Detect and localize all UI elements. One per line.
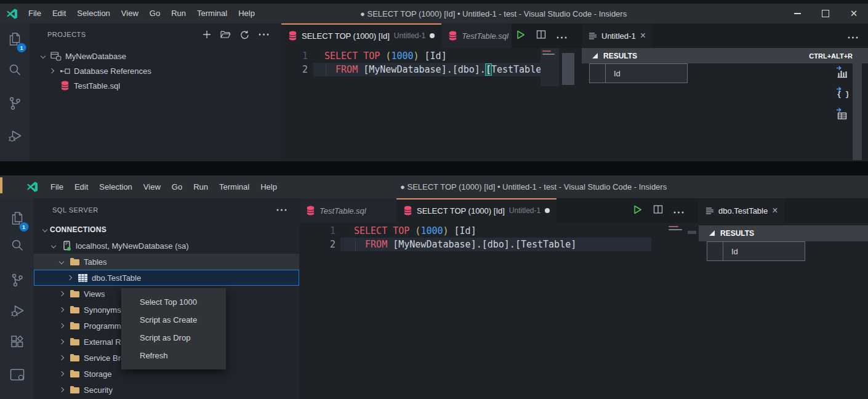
menu-view[interactable]: View xyxy=(138,177,166,197)
extensions-icon[interactable] xyxy=(10,335,24,351)
tree-item-mynewdatabase[interactable]: MyNewDatabase xyxy=(30,49,281,63)
menu-terminal[interactable]: Terminal xyxy=(214,177,255,197)
search-icon[interactable] xyxy=(10,238,24,254)
close-window-button[interactable]: ✕ xyxy=(840,4,868,23)
code-token: SELECT xyxy=(324,50,358,62)
tree-item-connections[interactable]: CONNECTIONS xyxy=(34,222,299,238)
tab-select-top-1000[interactable]: SELECT TOP (1000) [Id] Untitled-1 xyxy=(281,23,441,48)
tab-untitled-1[interactable]: Untitled-1 × xyxy=(582,23,653,48)
explorer-badge: 1 xyxy=(19,222,28,232)
context-menu-item-select-top-1000[interactable]: Select Top 1000 xyxy=(121,293,226,311)
chevron-right-icon[interactable] xyxy=(65,276,74,280)
save-as-json-icon[interactable]: { } xyxy=(835,86,848,99)
collapse-triangle-icon[interactable] xyxy=(709,229,715,238)
run-query-icon[interactable] xyxy=(515,30,526,42)
run-query-icon[interactable] xyxy=(632,204,643,217)
titlebar-top[interactable]: FileEditSelectionViewGoRunTerminalHelp ●… xyxy=(0,4,868,23)
add-project-icon[interactable] xyxy=(203,30,211,39)
close-tab-icon[interactable]: × xyxy=(772,206,778,216)
collapse-triangle-icon[interactable] xyxy=(592,52,598,60)
more-actions-icon[interactable] xyxy=(557,30,567,41)
modified-dot-icon[interactable] xyxy=(545,208,550,213)
refresh-icon[interactable] xyxy=(240,30,249,39)
dbproject-icon xyxy=(49,51,63,62)
chevron-right-icon[interactable] xyxy=(57,388,66,392)
folder-icon xyxy=(68,305,81,314)
row-header-cell[interactable] xyxy=(589,63,606,83)
code-bottom[interactable]: 1SELECT TOP (1000) [Id]2 FROM [MyNewData… xyxy=(299,223,699,399)
tree-item-dbo-testtable[interactable]: dbo.TestTable xyxy=(34,270,299,286)
maximize-button[interactable] xyxy=(811,4,840,23)
row-header-cell[interactable] xyxy=(707,241,723,261)
context-menu-item-refresh[interactable]: Refresh xyxy=(121,347,226,365)
source-control-icon[interactable] xyxy=(10,273,24,290)
source-control-icon[interactable] xyxy=(8,96,22,113)
tab-select-top-1000[interactable]: SELECT TOP (1000) [Id] Untitled-1 xyxy=(396,198,557,223)
run-debug-icon[interactable] xyxy=(9,304,25,321)
more-actions-icon[interactable] xyxy=(259,33,269,36)
column-header-id[interactable]: Id xyxy=(605,63,688,83)
search-icon[interactable] xyxy=(8,63,22,79)
more-actions-icon[interactable] xyxy=(848,30,858,41)
close-tab-icon[interactable]: × xyxy=(640,31,646,41)
context-menu-item-script-as-drop[interactable]: Script as Drop xyxy=(121,329,226,347)
chevron-right-icon[interactable] xyxy=(57,372,66,376)
tree-item-label: Synonyms xyxy=(84,305,121,315)
menu-selection[interactable]: Selection xyxy=(71,4,115,23)
explorer-icon[interactable]: 1 xyxy=(8,32,22,49)
tree-item-database-references[interactable]: Database References xyxy=(30,63,281,78)
code-token: FROM xyxy=(365,239,387,250)
menu-help[interactable]: Help xyxy=(255,177,283,197)
chevron-down-icon[interactable] xyxy=(57,260,66,264)
results-header-top[interactable]: RESULTS CTRL+ALT+R xyxy=(582,48,868,63)
menu-edit[interactable]: Edit xyxy=(47,4,71,23)
tree-item-localhost-mynewdatabase-sa[interactable]: localhost, MyNewDatabase (sa) xyxy=(34,238,299,254)
tree-item-security[interactable]: Security xyxy=(34,382,299,398)
more-actions-icon[interactable] xyxy=(276,209,287,211)
code-token: 1000 xyxy=(420,225,443,236)
chevron-right-icon[interactable] xyxy=(57,340,66,344)
chevron-down-icon[interactable] xyxy=(38,54,48,58)
more-actions-icon[interactable] xyxy=(673,205,684,216)
save-as-excel-icon[interactable] xyxy=(835,107,848,120)
menu-file[interactable]: File xyxy=(45,177,69,197)
chevron-right-icon[interactable] xyxy=(57,324,66,328)
chevron-right-icon[interactable] xyxy=(57,308,66,312)
scrollbar-track[interactable] xyxy=(853,48,862,160)
menu-edit[interactable]: Edit xyxy=(69,177,94,197)
tree-item-testtable-sql[interactable]: TestTable.sql xyxy=(30,78,281,93)
save-as-csv-icon[interactable] xyxy=(835,65,848,78)
menu-go[interactable]: Go xyxy=(166,177,188,197)
menu-terminal[interactable]: Terminal xyxy=(191,4,233,23)
results-header-bottom[interactable]: RESULTS xyxy=(699,225,868,241)
column-header-id[interactable]: Id xyxy=(723,241,805,261)
sql-file-icon xyxy=(288,31,297,41)
split-editor-icon[interactable] xyxy=(653,204,663,217)
explorer-icon[interactable]: 1 xyxy=(10,211,24,228)
tab-testtable-sql[interactable]: TestTable.sql xyxy=(441,23,512,48)
chevron-right-icon[interactable] xyxy=(57,292,66,296)
minimize-button[interactable] xyxy=(783,4,811,23)
context-menu-item-script-as-create[interactable]: Script as Create xyxy=(121,311,226,329)
chevron-down-icon[interactable] xyxy=(40,228,50,232)
menu-go[interactable]: Go xyxy=(144,4,166,23)
menu-run[interactable]: Run xyxy=(188,177,214,197)
split-editor-icon[interactable] xyxy=(536,30,546,42)
tab-testtable-sql[interactable]: TestTable.sql xyxy=(299,198,396,223)
titlebar-bottom[interactable]: FileEditSelectionViewGoRunTerminalHelp ●… xyxy=(0,175,868,198)
chevron-right-icon[interactable] xyxy=(57,356,66,360)
open-folder-icon[interactable] xyxy=(220,30,231,39)
menu-help[interactable]: Help xyxy=(233,4,260,23)
tab-dbo-testtable[interactable]: dbo.TestTable × xyxy=(699,198,785,223)
tree-item-tables[interactable]: Tables xyxy=(34,254,299,270)
modified-dot-icon[interactable] xyxy=(430,33,435,38)
menu-view[interactable]: View xyxy=(116,4,144,23)
menu-file[interactable]: File xyxy=(23,4,47,23)
chevron-right-icon[interactable] xyxy=(47,69,57,73)
menu-run[interactable]: Run xyxy=(166,4,191,23)
code-top[interactable]: 1SELECT TOP (1000) [Id]2 FROM [MyNewData… xyxy=(281,48,582,161)
sql-server-view-icon[interactable] xyxy=(9,368,25,384)
run-debug-icon[interactable] xyxy=(7,129,23,146)
chevron-down-icon[interactable] xyxy=(49,244,58,248)
menu-selection[interactable]: Selection xyxy=(94,177,137,197)
